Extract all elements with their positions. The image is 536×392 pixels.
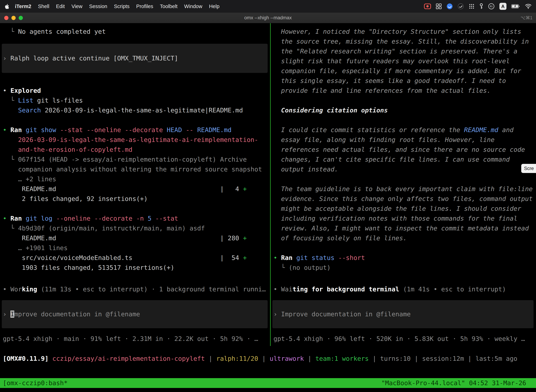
right-prompt-input[interactable]: › Improve documentation in @filename bbox=[273, 300, 534, 328]
left-pane-history-top: └ No agents completed yet bbox=[0, 23, 270, 37]
dots-grid-icon[interactable] bbox=[469, 3, 475, 9]
battery-charging-icon[interactable] bbox=[511, 4, 520, 9]
window-hotkey-badge: ⌥⌘1 bbox=[521, 15, 532, 20]
left-prompt-text: › Improve documentation in @filename bbox=[3, 309, 140, 319]
terminal-line: gpt-5.4 xhigh · 96% left · 520K in · 5.8… bbox=[273, 334, 536, 344]
battery-gauge-icon[interactable]: 61 bbox=[488, 3, 495, 10]
terminal-line: └ 4b9d30f (origin/main, instructkr/main,… bbox=[3, 223, 270, 233]
menu-item-profiles[interactable]: Profiles bbox=[133, 4, 157, 9]
left-pane-history: • Explored └ List git ls-files Search 20… bbox=[0, 86, 270, 273]
terminal-line bbox=[3, 204, 270, 214]
terminal-line: this single essay, it seems like a good … bbox=[273, 76, 536, 86]
terminal-line: README.md | 4 + bbox=[3, 184, 270, 194]
terminal-line: companion file, especially if more comme… bbox=[273, 66, 536, 76]
right-prompt-text: › Improve documentation in @filename bbox=[273, 309, 411, 319]
terminal-line: changes, I can't cite specific file line… bbox=[273, 154, 536, 164]
menu-item-edit[interactable]: Edit bbox=[53, 4, 68, 9]
terminal-line: • Working (11m 13s • esc to interrupt) ·… bbox=[3, 284, 270, 294]
right-pane-history: However, I noticed the "Directory Struct… bbox=[271, 23, 536, 273]
terminal-line: [OMX#0.11.9] cczip/essay/ai-reimplementa… bbox=[3, 354, 536, 364]
terminal-line: • Ran git log --oneline --decorate -n 5 … bbox=[3, 214, 270, 223]
close-button[interactable] bbox=[4, 16, 9, 20]
terminal-line: 2026-03-09-is-legal-the-same-as-legitima… bbox=[3, 135, 270, 145]
terminal-line: Considering citation options bbox=[273, 105, 536, 115]
terminal-line: review. Also, I might want to inspect th… bbox=[273, 223, 536, 233]
menu-item-shell[interactable]: Shell bbox=[35, 4, 53, 9]
right-pane-bottom: • Waiting for background terminal (1m 41… bbox=[271, 284, 536, 346]
terminal-line bbox=[3, 115, 270, 125]
terminal-line: of focusing solely on file lines. bbox=[273, 233, 536, 243]
terminal-line bbox=[273, 115, 536, 125]
terminal-line: and-the-erosion-of-copyleft.md bbox=[3, 145, 270, 154]
terminal-line: • Ran git status --short bbox=[273, 253, 536, 263]
terminal-line: └ (no output) bbox=[273, 263, 536, 273]
right-working-status: • Waiting for background terminal (1m 41… bbox=[271, 284, 536, 294]
menu-item-toolbelt[interactable]: Toolbelt bbox=[157, 4, 181, 9]
terminal-line: gpt-5.4 xhigh · main · 91% left · 2.31M … bbox=[3, 334, 270, 344]
key-icon[interactable] bbox=[479, 3, 483, 9]
window-grid-icon[interactable] bbox=[436, 3, 442, 9]
terminal-line: the "Related research writing" section i… bbox=[273, 46, 536, 56]
wifi-icon[interactable] bbox=[525, 4, 532, 9]
window-title-bar[interactable]: omx --xhigh --madmax ⌥⌘1 bbox=[0, 13, 536, 23]
left-prompt-input[interactable]: › Improve documentation in @filename bbox=[2, 300, 268, 328]
terminal-line: src/voice/voiceModeEnabled.ts | 54 + bbox=[3, 253, 270, 263]
menu-item-session[interactable]: Session bbox=[86, 4, 111, 9]
menu-item-view[interactable]: View bbox=[68, 4, 86, 9]
terminal-line: slight risk that future readers may over… bbox=[273, 56, 536, 66]
terminal-line: └ No agents completed yet bbox=[3, 27, 270, 37]
ralph-loop-banner: › Ralph loop active continue [OMX_TMUX_I… bbox=[2, 44, 268, 73]
terminal-line: • Explored bbox=[3, 86, 270, 96]
screen-recording-icon[interactable] bbox=[424, 3, 431, 9]
left-working-status: • Working (11m 13s • esc to interrupt) ·… bbox=[0, 284, 270, 294]
terminal-line bbox=[273, 243, 536, 253]
ralph-loop-banner-text: › Ralph loop active continue [OMX_TMUX_I… bbox=[3, 53, 178, 63]
terminal-line: … +1901 lines bbox=[3, 243, 270, 253]
terminal-line: └ List git ls-files bbox=[3, 96, 270, 105]
terminal-line: 1903 files changed, 513517 insertions(+) bbox=[3, 263, 270, 273]
terminal-line: references need actual files, and since … bbox=[273, 145, 536, 154]
terminal-line bbox=[273, 174, 536, 184]
menu-item-iterm2[interactable]: iTerm2 bbox=[12, 4, 35, 9]
input-source-icon[interactable]: A bbox=[499, 3, 507, 10]
terminal-line: I could cite commit statistics or refere… bbox=[273, 125, 536, 135]
menu-item-window[interactable]: Window bbox=[181, 4, 206, 9]
terminal-line bbox=[273, 96, 536, 105]
window-title: omx --xhigh --madmax bbox=[0, 15, 536, 21]
menu-item-scripts[interactable]: Scripts bbox=[111, 4, 133, 9]
apple-menu[interactable] bbox=[5, 4, 9, 9]
left-pane-bottom: • Working (11m 13s • esc to interrupt) ·… bbox=[0, 284, 270, 346]
blue-app-icon[interactable] bbox=[446, 3, 453, 9]
menu-item-help[interactable]: Help bbox=[206, 4, 223, 9]
traffic-lights bbox=[4, 16, 23, 20]
omx-status-bar: [OMX#0.11.9] cczip/essay/ai-reimplementa… bbox=[0, 354, 536, 364]
terminal-line: including verification notes with those … bbox=[273, 214, 536, 223]
terminal-line: essay file, along with finding root file… bbox=[273, 135, 536, 145]
terminal-line: • Waiting for background terminal (1m 41… bbox=[273, 284, 536, 294]
minimize-button[interactable] bbox=[11, 16, 16, 20]
apple-icon bbox=[5, 4, 9, 9]
terminal-line: provide file and line references from th… bbox=[273, 86, 536, 96]
battery-gauge-value: 61 bbox=[490, 5, 493, 8]
terminal-line: └ 067f154 (HEAD -> essay/ai-reimplementa… bbox=[3, 154, 270, 164]
tmux-status-bar: [omx-cczip0:bash* "MacBook-Pro-44.local"… bbox=[0, 378, 536, 388]
tmux-session-label: [omx-cczip0:bash* bbox=[3, 378, 67, 388]
terminal-line: the source tree, missing the essay. Stil… bbox=[273, 37, 536, 46]
menu-bar: iTerm2ShellEditViewSessionScriptsProfile… bbox=[0, 0, 536, 13]
terminal-line: 2 files changed, 92 insertions(+) bbox=[3, 194, 270, 204]
terminal-pane-left[interactable]: └ No agents completed yet › Ralph loop a… bbox=[0, 23, 270, 346]
zoom-button[interactable] bbox=[19, 16, 23, 20]
terminal-line: However, I noticed the "Directory Struct… bbox=[273, 27, 536, 37]
menu-bar-menus: iTerm2ShellEditViewSessionScriptsProfile… bbox=[3, 4, 223, 9]
menu-bar-status-icons: 61 A bbox=[424, 3, 533, 10]
dark-app-icon[interactable] bbox=[458, 3, 464, 9]
terminal-line: output instead. bbox=[273, 164, 536, 174]
terminal-line: • Ran git show --stat --oneline --decora… bbox=[3, 125, 270, 135]
terminal-pane-right[interactable]: However, I noticed the "Directory Struct… bbox=[271, 23, 536, 346]
terminal: └ No agents completed yet › Ralph loop a… bbox=[0, 23, 536, 392]
screen-overlay-button[interactable]: Scre bbox=[521, 164, 536, 173]
terminal-line: The team guideline is to back every impo… bbox=[273, 184, 536, 194]
tmux-panes: └ No agents completed yet › Ralph loop a… bbox=[0, 23, 536, 346]
terminal-line: … +2 lines bbox=[3, 174, 270, 184]
right-model-status-line: gpt-5.4 xhigh · 96% left · 520K in · 5.8… bbox=[271, 334, 536, 344]
